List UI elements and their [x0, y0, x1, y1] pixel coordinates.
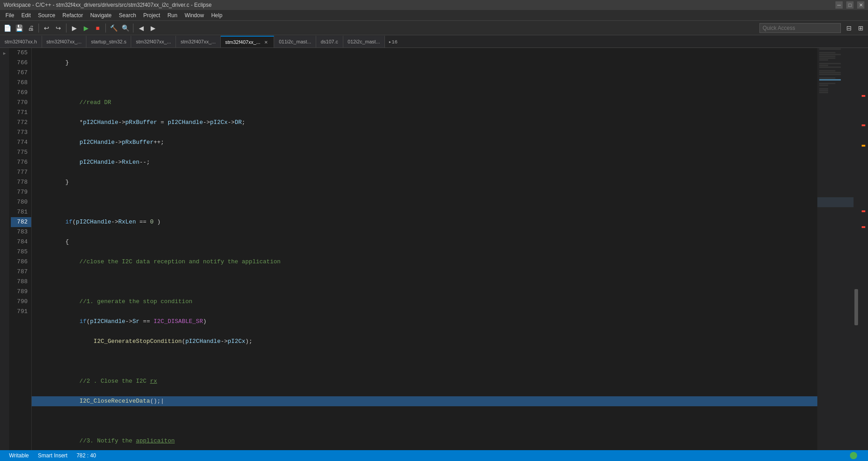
tab-011i2c[interactable]: 011i2c_mast...	[274, 36, 316, 48]
print-button[interactable]: 🖨	[25, 23, 36, 33]
code-line-781: //2 . Close the I2C rx	[37, 376, 817, 386]
main-area: ▶ 765 766 767 768 769 770 771 772 773 77…	[0, 48, 868, 450]
tab-stm32f407xx-active[interactable]: stm32f407xx_... ✕	[221, 36, 275, 48]
separator-1	[38, 24, 39, 33]
search-toolbar-button[interactable]: 🔍	[120, 23, 131, 33]
code-line-768: *pI2CHandle->pRxBuffer = pI2CHandle->pI2…	[37, 118, 817, 128]
code-line-784: //3. Notify the applicaiton	[37, 436, 817, 446]
line-num: 770	[11, 98, 28, 108]
menu-window[interactable]: Window	[181, 11, 208, 19]
editor-area: 765 766 767 768 769 770 771 772 773 774 …	[9, 48, 817, 450]
maximize-editor-button[interactable]: ⊞	[855, 23, 866, 33]
code-line-771: }	[37, 177, 817, 187]
tab-stm32f407xx-1[interactable]: stm32f407xx_...	[42, 36, 87, 48]
menu-bar: File Edit Source Refactor Navigate Searc…	[0, 10, 868, 21]
build-button[interactable]: 🔨	[108, 23, 119, 33]
line-num: 774	[11, 138, 28, 147]
minimize-button[interactable]: ─	[835, 1, 843, 9]
tab-label: stm32f407xx_...	[136, 39, 171, 44]
menu-refactor[interactable]: Refactor	[59, 11, 86, 19]
code-line-770: pI2CHandle->RxLen--;	[37, 157, 817, 167]
minimap-line	[819, 57, 835, 59]
tab-ds107[interactable]: ds107.c	[316, 36, 343, 48]
line-num: 768	[11, 78, 28, 88]
prev-button[interactable]: ◀	[136, 23, 147, 33]
status-green-indicator	[850, 452, 857, 459]
status-writable[interactable]: Writable	[5, 450, 33, 461]
menu-run[interactable]: Run	[164, 11, 181, 19]
maximize-button[interactable]: □	[846, 1, 854, 9]
code-editor[interactable]: } //read DR *pI2CHandle->pRxBuffer = pI2…	[32, 48, 817, 450]
line-num: 775	[11, 147, 28, 157]
minimap-viewport	[817, 197, 854, 207]
status-right	[845, 450, 863, 461]
code-line-767: //read DR	[37, 98, 817, 108]
minimap-line	[819, 54, 841, 55]
line-num: 791	[11, 307, 28, 317]
tab-label: startup_stm32.s	[91, 39, 126, 44]
separator-4	[133, 24, 133, 33]
code-line-778: if(pI2CHandle->Sr == I2C_DISABLE_SR)	[37, 317, 817, 327]
tab-012i2c[interactable]: 012i2c_mast...	[343, 36, 385, 48]
code-line-783	[37, 416, 817, 426]
line-num: 784	[11, 237, 28, 247]
line-numbers: 765 766 767 768 769 770 771 772 773 774 …	[9, 48, 32, 450]
tab-bar: stm32f407xx.h stm32f407xx_... startup_st…	[0, 35, 868, 48]
status-smart-insert[interactable]: Smart Insert	[33, 450, 72, 461]
tab-close-icon[interactable]: ✕	[263, 39, 269, 45]
quick-access-input[interactable]	[759, 23, 841, 33]
tab-overflow[interactable]: ▸16	[385, 36, 401, 48]
new-button[interactable]: 📄	[2, 23, 13, 33]
line-num: 778	[11, 177, 28, 187]
minimap-line	[819, 63, 841, 64]
minimap-line	[819, 74, 841, 75]
minimap-line	[819, 52, 835, 53]
tab-stm32f407xx-h[interactable]: stm32f407xx.h	[0, 36, 42, 48]
next-button[interactable]: ▶	[147, 23, 158, 33]
minimap-line	[819, 72, 841, 73]
menu-file[interactable]: File	[2, 11, 18, 19]
vertical-scrollbar[interactable]	[854, 48, 859, 450]
code-line-777: //1. generate the stop condition	[37, 297, 817, 307]
separator-2	[66, 24, 66, 33]
line-num: 783	[11, 227, 28, 237]
toolbar: 📄 💾 🖨 ↩ ↪ ▶ ▶ ■ 🔨 🔍 ◀ ▶ ⊟ ⊞	[0, 21, 868, 35]
status-indicator-area[interactable]	[845, 450, 863, 461]
line-num: 767	[11, 68, 28, 78]
code-line-776	[37, 277, 817, 287]
tab-stm32f407xx-3[interactable]: stm32f407xx_...	[176, 36, 221, 48]
save-button[interactable]: 💾	[14, 23, 24, 33]
minimap-line	[819, 77, 835, 79]
scrollbar-thumb[interactable]	[854, 289, 858, 325]
status-bar: Writable Smart Insert 782 : 40	[0, 450, 868, 461]
debug-button[interactable]: ▶	[69, 23, 80, 33]
redo-button[interactable]: ↪	[53, 23, 64, 33]
menu-project[interactable]: Project	[140, 11, 164, 19]
menu-source[interactable]: Source	[34, 11, 59, 19]
status-position[interactable]: 782 : 40	[72, 450, 100, 461]
minimap-line	[819, 85, 828, 86]
code-line-782: I2C_CloseReceiveData();|	[32, 396, 817, 406]
menu-navigate[interactable]: Navigate	[86, 11, 115, 19]
restore-button[interactable]: ⊟	[844, 23, 854, 33]
tab-label: stm32f407xx.h	[5, 39, 37, 44]
tab-label: 012i2c_mast...	[348, 39, 380, 44]
error-markers	[860, 95, 867, 228]
right-sidebar	[859, 48, 868, 450]
code-line-769: pI2CHandle->pRxBuffer++;	[37, 138, 817, 147]
line-num: 773	[11, 128, 28, 138]
minimap-line	[819, 67, 841, 68]
menu-help[interactable]: Help	[208, 11, 226, 19]
error-marker	[862, 210, 865, 212]
minimap-line	[819, 88, 828, 90]
undo-button[interactable]: ↩	[41, 23, 52, 33]
menu-edit[interactable]: Edit	[18, 11, 34, 19]
tab-stm32f407xx-2[interactable]: stm32f407xx_...	[131, 36, 176, 48]
stop-button[interactable]: ■	[92, 23, 103, 33]
tab-startup[interactable]: startup_stm32.s	[86, 36, 131, 48]
run-button[interactable]: ▶	[81, 23, 91, 33]
line-num: 780	[11, 197, 28, 207]
close-button[interactable]: ✕	[857, 1, 864, 9]
menu-search[interactable]: Search	[115, 11, 140, 19]
separator-3	[105, 24, 106, 33]
